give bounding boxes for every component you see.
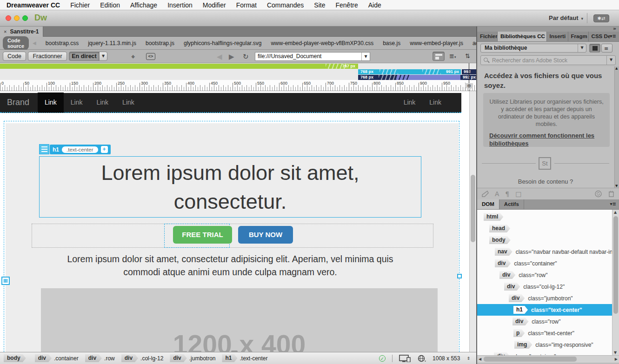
element-display-class-pill[interactable]: .text-center <box>62 146 98 153</box>
element-display-add-icon[interactable]: + <box>101 146 108 153</box>
free-trial-button[interactable]: FREE TRIAL <box>173 226 232 244</box>
element-display-drag-icon[interactable] <box>39 144 49 154</box>
preview-nav-link[interactable]: Link <box>89 93 115 113</box>
dom-node-p[interactable]: pclass="text-center" <box>477 327 612 339</box>
menu-fichier[interactable]: Fichier <box>70 1 90 9</box>
library-scrollbar[interactable]: ▲ ▼ <box>614 66 619 188</box>
tag-div-row[interactable]: div <box>85 354 102 362</box>
list-view-button[interactable]: ≡ <box>601 44 612 53</box>
preview-nav-link-right[interactable]: Link <box>397 93 423 113</box>
paragraph-style-icon[interactable]: ¶ <box>505 190 509 198</box>
tab-actifs[interactable]: Actifs <box>499 199 524 209</box>
related-file-embed-player-js[interactable]: www-embed-player.js <box>410 40 463 46</box>
address-bar[interactable]: file:///Unsaved_Document ▼ <box>255 52 370 61</box>
element-display-hud[interactable]: h1 .text-center + <box>50 145 111 154</box>
dom-node-nav[interactable]: navclass="navbar navbar-default navbar-i… <box>477 246 612 258</box>
related-files-prev-icon[interactable]: ◀ <box>33 40 36 46</box>
dom-scroll-right-icon[interactable]: ▶ <box>615 357 618 361</box>
menu-fenetre[interactable]: Fenêtre <box>335 1 358 9</box>
preview-placeholder-image[interactable]: 1200 x 400 <box>41 288 438 352</box>
dom-panel-menu-icon[interactable]: ▾≡ <box>610 199 619 209</box>
preview-navbar-brand[interactable]: Brand <box>7 98 29 107</box>
trash-icon[interactable] <box>608 190 614 197</box>
tab-css-designer[interactable]: CSS De <box>589 32 610 41</box>
right-resize-handle[interactable] <box>457 274 462 278</box>
collapse-panels-icon[interactable]: » <box>613 26 616 32</box>
mq-bar-purple-start[interactable]: 768 px <box>358 75 396 80</box>
minimize-window-button[interactable] <box>14 15 20 21</box>
panel-menu-icon[interactable]: ▾≡ <box>610 32 619 41</box>
buy-now-button[interactable]: BUY NOW <box>238 226 293 244</box>
menu-site[interactable]: Site <box>314 1 325 9</box>
related-file-jquery[interactable]: jquery-1.11.3.min.js <box>88 40 136 46</box>
preview-heading[interactable]: Lorem ipsum dolor sit amet, consectetur. <box>39 156 421 218</box>
color-swatch-icon[interactable]: □ <box>515 190 521 198</box>
menu-modifier[interactable]: Modifier <box>203 1 226 9</box>
code-navigator-icon[interactable]: <> <box>146 53 155 60</box>
dom-vertical-scrollbar[interactable]: ▲ ▼ <box>612 210 619 355</box>
character-style-icon[interactable]: A <box>495 190 499 198</box>
preview-nav-link-right[interactable]: Link <box>422 93 448 113</box>
sort-icon[interactable]: ⇅ <box>465 53 470 60</box>
code-view-button[interactable]: Code <box>3 52 26 61</box>
viewport-size-value[interactable]: 1008 x 553 <box>433 355 460 362</box>
tab-fichiers[interactable]: Fichier <box>477 32 498 41</box>
dom-node-div-container2[interactable]: divclass="container" <box>477 351 612 355</box>
left-resize-grip[interactable] <box>1 277 10 285</box>
dom-node-div-row2[interactable]: divclass="row" <box>477 316 612 327</box>
split-view-button[interactable]: Fractionner <box>28 52 67 61</box>
zoom-window-button[interactable] <box>22 15 28 21</box>
dom-node-h1-selected[interactable]: h1class="text-center" <box>477 304 612 316</box>
scroll-up-icon[interactable]: ▲ <box>615 66 618 70</box>
mq-bar-purple-end[interactable]: 992 px <box>460 75 476 80</box>
related-file-embed-player-css[interactable]: www-embed-player-webp-vflBmXP30.css <box>271 40 373 46</box>
dom-node-div-jumbotron[interactable]: divclass="jumbotron" <box>477 292 612 304</box>
forward-navigation-icon[interactable]: ▶ <box>229 53 234 61</box>
dom-scroll-down-icon[interactable]: ▼ <box>614 351 617 355</box>
design-vertical-scrollbar-thumb[interactable] <box>471 175 475 242</box>
live-view-canvas[interactable]: Brand Link Link Link Link Link Link h1 .… <box>0 91 469 352</box>
viewport-size-stepper-icon[interactable]: ⇕ <box>466 356 470 361</box>
tab-bibliotheques-cc[interactable]: Bibliothèques CC <box>498 32 547 41</box>
mq-bar-purple[interactable] <box>396 75 460 80</box>
back-navigation-icon[interactable]: ◀ <box>217 53 222 61</box>
tag-div-container[interactable]: div <box>35 354 52 362</box>
mq-bar-green[interactable]: 767 px <box>0 64 358 69</box>
workspace-switcher[interactable]: Par défaut▾ <box>549 14 583 21</box>
menu-edition[interactable]: Edition <box>100 1 120 9</box>
menu-format[interactable]: Format <box>236 1 257 9</box>
dom-node-div-container[interactable]: divclass="container" <box>477 258 612 269</box>
tag-body[interactable]: body <box>4 354 26 362</box>
menu-affichage[interactable]: Affichage <box>130 1 157 9</box>
graphic-asset-icon[interactable] <box>482 191 489 197</box>
dom-node-img[interactable]: imgclass="img-responsive" <box>477 339 612 351</box>
tab-insertion[interactable]: Inserti <box>547 32 568 41</box>
preview-nav-link[interactable]: Link <box>64 93 90 113</box>
dom-vertical-scrollbar-thumb[interactable] <box>613 216 618 314</box>
device-preview-icon[interactable] <box>399 355 411 362</box>
related-file-bootstrap-css[interactable]: bootstrap.css <box>46 40 79 46</box>
library-learn-link[interactable]: Découvrir comment fonctionnent les bibli… <box>489 132 604 147</box>
adobe-stock-search-input[interactable]: Rechercher dans Adobe Stock ▼ <box>480 55 616 65</box>
search-dropdown-icon[interactable]: ▼ <box>606 56 615 65</box>
related-file-base-js[interactable]: base.js <box>383 40 400 46</box>
preview-paragraph[interactable]: Lorem ipsum dolor sit amet, consectetur … <box>14 252 446 278</box>
app-menu-title[interactable]: Dreamweaver CC <box>7 1 60 9</box>
live-view-options-button[interactable] <box>433 52 445 61</box>
tag-h1[interactable]: h1 <box>222 354 237 362</box>
tag-div-col[interactable]: div <box>121 354 138 362</box>
dom-node-head[interactable]: head <box>477 223 612 234</box>
dom-node-div-row[interactable]: divclass="row" <box>477 269 612 281</box>
dom-scroll-left-icon[interactable]: ◀ <box>479 357 481 361</box>
dom-node-html[interactable]: html <box>477 211 612 223</box>
library-select-dropdown[interactable]: Ma bibliothèque ▼ <box>480 44 586 53</box>
scroll-down-icon[interactable]: ▼ <box>615 184 618 188</box>
refresh-icon[interactable]: ↻ <box>243 53 249 61</box>
preview-navbar[interactable]: Brand Link Link Link Link Link Link <box>0 93 461 113</box>
dom-node-div-col[interactable]: divclass="col-lg-12" <box>477 281 612 292</box>
tag-div-jumbotron[interactable]: div <box>170 354 186 362</box>
dom-node-body[interactable]: body <box>477 234 612 246</box>
tab-fragments[interactable]: Fragm <box>568 32 589 41</box>
tab-dom[interactable]: DOM <box>477 199 499 209</box>
menu-aide[interactable]: Aide <box>368 1 381 9</box>
